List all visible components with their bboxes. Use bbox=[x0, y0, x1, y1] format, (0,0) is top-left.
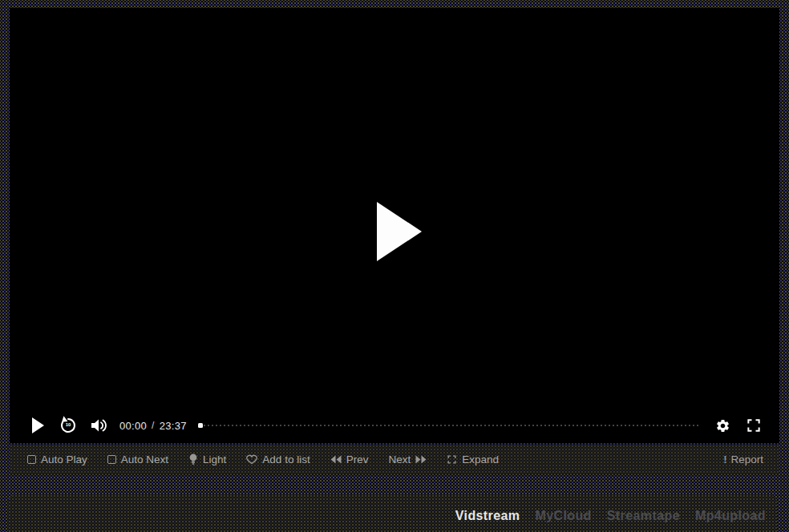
video-player[interactable]: 10 00:00 / 23:37 bbox=[10, 8, 779, 443]
seek-bar[interactable] bbox=[198, 420, 701, 431]
server-tab-streamtape[interactable]: Streamtape bbox=[607, 509, 680, 523]
light-label: Light bbox=[203, 453, 226, 466]
seek-track[interactable] bbox=[204, 425, 701, 426]
light-toggle[interactable]: Light bbox=[188, 453, 226, 466]
add-to-list-label: Add to list bbox=[262, 453, 310, 466]
duration: 23:37 bbox=[160, 420, 187, 432]
server-tab-vidstream[interactable]: Vidstream bbox=[455, 509, 520, 523]
auto-play-toggle[interactable]: Auto Play bbox=[27, 453, 87, 466]
checkbox-icon[interactable] bbox=[27, 455, 36, 464]
add-to-list-button[interactable]: Add to list bbox=[246, 453, 310, 466]
server-tab-mycloud[interactable]: MyCloud bbox=[535, 509, 591, 523]
next-episode-label: Next bbox=[388, 453, 411, 466]
double-right-arrow-icon bbox=[415, 455, 427, 464]
seek-handle[interactable] bbox=[198, 423, 203, 428]
auto-play-label: Auto Play bbox=[41, 453, 87, 466]
rewind-seconds-label: 10 bbox=[59, 422, 77, 427]
expand-button[interactable]: Expand bbox=[447, 453, 499, 466]
prev-episode-button[interactable]: Prev bbox=[330, 453, 369, 466]
auto-next-label: Auto Next bbox=[121, 453, 168, 466]
double-left-arrow-icon bbox=[330, 455, 342, 464]
volume-icon bbox=[90, 417, 107, 433]
player-control-bar: 10 00:00 / 23:37 bbox=[10, 408, 779, 443]
lightbulb-icon bbox=[188, 453, 198, 466]
report-label: Report bbox=[730, 453, 763, 466]
current-time: 00:00 bbox=[119, 420, 147, 432]
next-episode-button[interactable]: Next bbox=[388, 453, 427, 466]
big-play-icon[interactable] bbox=[377, 202, 422, 261]
video-click-area[interactable] bbox=[10, 8, 779, 443]
server-tab-mp4upload[interactable]: Mp4upload bbox=[695, 509, 766, 523]
page: { "player": { "time_current": "00:00", "… bbox=[0, 0, 789, 532]
time-display: 00:00 / 23:37 bbox=[119, 420, 187, 432]
play-icon bbox=[32, 417, 44, 433]
play-button[interactable] bbox=[32, 417, 44, 433]
exclamation-icon: ! bbox=[723, 453, 726, 466]
settings-button[interactable] bbox=[715, 418, 730, 433]
heart-icon bbox=[246, 454, 257, 465]
auto-next-toggle[interactable]: Auto Next bbox=[107, 453, 168, 466]
checkbox-icon[interactable] bbox=[107, 455, 116, 464]
mute-button[interactable] bbox=[90, 417, 107, 433]
player-toolbar: Auto Play Auto Next Light Add to list bbox=[10, 445, 779, 474]
gear-icon bbox=[715, 418, 730, 433]
report-button[interactable]: ! Report bbox=[723, 453, 763, 466]
fullscreen-icon bbox=[746, 417, 762, 433]
expand-icon bbox=[447, 454, 457, 465]
time-separator: / bbox=[152, 420, 155, 431]
fullscreen-button[interactable] bbox=[746, 417, 762, 433]
rewind-10-button[interactable]: 10 bbox=[59, 416, 77, 435]
expand-label: Expand bbox=[462, 453, 499, 466]
servers-panel: Vidstream MyCloud Streamtape Mp4upload bbox=[8, 494, 777, 532]
prev-episode-label: Prev bbox=[346, 453, 369, 466]
